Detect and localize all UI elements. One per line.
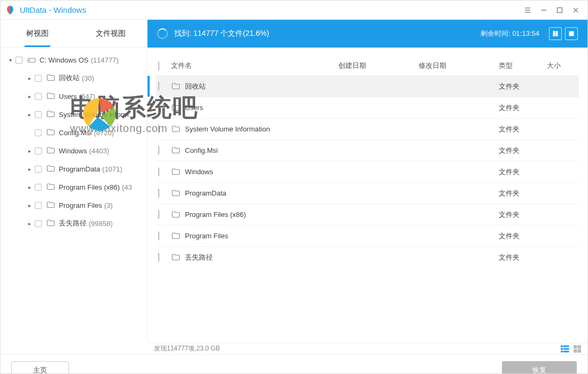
- file-row[interactable]: ProgramData文件夹: [156, 182, 579, 204]
- checkbox[interactable]: [158, 146, 159, 155]
- tab-file-view[interactable]: 文件视图: [74, 20, 147, 47]
- folder-tree: ▾ C: Windows OS (114777) ▸回收站 (30)▸Users…: [1, 48, 147, 342]
- window-controls: [520, 3, 583, 18]
- tree-label: 回收站: [59, 73, 80, 83]
- chevron-right-icon[interactable]: ▸: [26, 221, 33, 227]
- checkbox[interactable]: [35, 202, 42, 209]
- checkbox[interactable]: [35, 220, 42, 227]
- checkbox[interactable]: [158, 82, 159, 91]
- checkbox[interactable]: [35, 166, 42, 173]
- col-size[interactable]: 大小: [547, 61, 579, 71]
- recover-button[interactable]: 恢复: [502, 361, 577, 375]
- chevron-right-icon[interactable]: ▸: [26, 166, 33, 172]
- tab-label: 树视图: [26, 29, 49, 38]
- tree-item[interactable]: ▸Config.Msi (8720): [1, 123, 147, 142]
- col-mdate[interactable]: 修改日期: [419, 61, 499, 71]
- svg-rect-7: [563, 346, 569, 347]
- tree-item[interactable]: ▸Users (647): [1, 87, 147, 105]
- file-row[interactable]: 丢失路径文件夹: [156, 246, 579, 268]
- svg-point-8: [561, 348, 563, 349]
- file-row[interactable]: Windows文件夹: [156, 161, 579, 182]
- col-type[interactable]: 类型: [499, 61, 547, 71]
- checkbox[interactable]: [158, 253, 159, 262]
- checkbox[interactable]: [158, 189, 159, 198]
- folder-icon: [46, 164, 56, 174]
- tree-item[interactable]: ▸Program Files (x86) (43: [1, 178, 147, 196]
- tree-label: Windows: [59, 147, 87, 155]
- file-name: Program Files: [185, 232, 228, 240]
- select-all-checkbox[interactable]: [158, 61, 159, 71]
- file-name: Windows: [185, 168, 213, 176]
- chevron-right-icon[interactable]: ▸: [26, 112, 33, 118]
- minimize-button[interactable]: [536, 3, 551, 18]
- checkbox[interactable]: [158, 124, 159, 134]
- file-type: 文件夹: [499, 103, 547, 113]
- pause-button[interactable]: [549, 27, 562, 40]
- chevron-right-icon[interactable]: ▸: [26, 184, 33, 190]
- tree-item[interactable]: ▸ProgramData (1071): [1, 160, 147, 178]
- tree-count: (30): [82, 74, 94, 82]
- tree-root[interactable]: ▾ C: Windows OS (114777): [1, 51, 147, 69]
- folder-icon: [171, 253, 181, 262]
- tree-item[interactable]: ▸System Volume Inform: [1, 105, 147, 123]
- checkbox[interactable]: [16, 57, 22, 64]
- app-logo-icon: [5, 5, 16, 15]
- tree-label: Program Files: [59, 201, 102, 209]
- file-row[interactable]: Users文件夹: [156, 97, 579, 118]
- tree-label: Config.Msi: [59, 129, 91, 137]
- grid-view-icon[interactable]: [574, 345, 581, 353]
- tree-count: (4403): [89, 147, 110, 155]
- file-row[interactable]: 回收站文件夹: [156, 75, 579, 97]
- drive-icon: [27, 55, 36, 65]
- tree-count: (99858): [89, 220, 113, 228]
- tree-item[interactable]: ▸回收站 (30): [1, 69, 147, 87]
- checkbox[interactable]: [35, 111, 42, 118]
- file-row[interactable]: Program Files文件夹: [156, 225, 579, 246]
- col-cdate[interactable]: 创建日期: [338, 61, 419, 71]
- checkbox[interactable]: [158, 167, 159, 176]
- maximize-button[interactable]: [552, 3, 567, 18]
- folder-icon: [46, 110, 56, 119]
- stop-button[interactable]: [565, 27, 578, 40]
- svg-rect-4: [556, 31, 558, 36]
- tree-label: C: Windows OS: [40, 56, 89, 64]
- tree-label: Program Files (x86): [59, 183, 120, 191]
- file-type: 文件夹: [499, 253, 547, 262]
- folder-icon: [46, 182, 56, 192]
- tab-tree-view[interactable]: 树视图: [1, 20, 74, 47]
- file-type: 文件夹: [499, 124, 547, 134]
- tree-item[interactable]: ▸Windows (4403): [1, 142, 147, 160]
- chevron-right-icon[interactable]: ▸: [26, 202, 33, 208]
- svg-point-2: [29, 60, 30, 61]
- close-button[interactable]: [568, 3, 583, 18]
- status-text: 发现114777项,23.0 GB: [154, 344, 220, 353]
- checkbox[interactable]: [35, 129, 42, 136]
- chevron-down-icon[interactable]: ▾: [7, 57, 13, 63]
- tree-item[interactable]: ▸丢失路径 (99858): [1, 214, 147, 232]
- folder-icon: [171, 167, 181, 177]
- tree-count: (114777): [91, 56, 119, 64]
- tree-count: (8720): [94, 129, 114, 137]
- home-button[interactable]: 主页: [11, 361, 69, 375]
- checkbox[interactable]: [158, 231, 159, 240]
- menu-button[interactable]: [520, 3, 535, 18]
- chevron-right-icon[interactable]: ▸: [26, 148, 33, 154]
- chevron-right-icon[interactable]: ▸: [26, 94, 33, 99]
- tree-label: System Volume Inform: [59, 111, 129, 119]
- tree-item[interactable]: ▸Program Files (3): [1, 196, 147, 214]
- checkbox[interactable]: [35, 93, 42, 100]
- file-row[interactable]: System Volume Information文件夹: [156, 118, 579, 139]
- list-view-icon[interactable]: [561, 345, 569, 353]
- file-row[interactable]: Config.Msi文件夹: [156, 139, 579, 161]
- folder-icon: [171, 210, 181, 220]
- folder-icon: [46, 128, 56, 137]
- col-name[interactable]: 文件名: [171, 61, 338, 71]
- chevron-right-icon[interactable]: ▸: [26, 75, 33, 81]
- checkbox[interactable]: [35, 184, 42, 191]
- checkbox[interactable]: [35, 147, 42, 154]
- file-row[interactable]: Program Files (x86)文件夹: [156, 204, 579, 225]
- status-bar: 发现114777项,23.0 GB: [148, 342, 587, 354]
- checkbox[interactable]: [35, 75, 42, 82]
- checkbox[interactable]: [158, 103, 159, 112]
- checkbox[interactable]: [158, 210, 159, 219]
